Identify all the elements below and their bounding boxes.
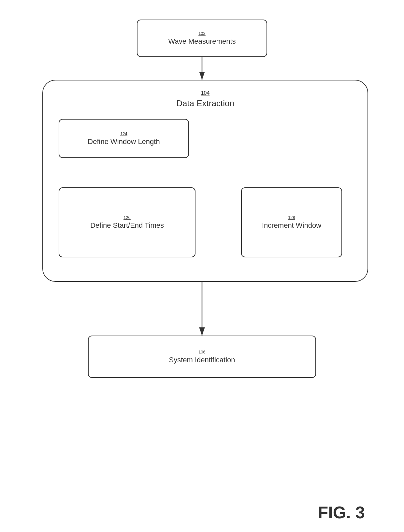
wave-measurements-box: 102 Wave Measurements [137,20,267,57]
increment-window-box: 128 Increment Window [241,187,342,257]
increment-window-title: Increment Window [262,221,321,230]
define-window-length-id: 124 [120,131,127,136]
wave-measurements-title: Wave Measurements [168,37,236,46]
system-identification-id: 106 [198,350,206,354]
define-window-length-box: 124 Define Window Length [59,119,189,158]
wave-measurements-id: 102 [198,31,206,36]
data-extraction-id: 104 [201,90,210,96]
system-identification-title: System Identification [169,356,235,364]
diagram: 102 Wave Measurements 104 Data Extractio… [23,10,381,482]
define-start-end-id: 126 [123,215,131,220]
data-extraction-title: Data Extraction [176,98,234,108]
figure-label: FIG. 3 [318,503,365,522]
define-start-end-box: 126 Define Start/End Times [59,187,195,257]
system-identification-box: 106 System Identification [88,336,316,378]
define-window-length-title: Define Window Length [88,137,160,146]
define-start-end-title: Define Start/End Times [90,221,164,230]
increment-window-id: 128 [288,215,295,220]
